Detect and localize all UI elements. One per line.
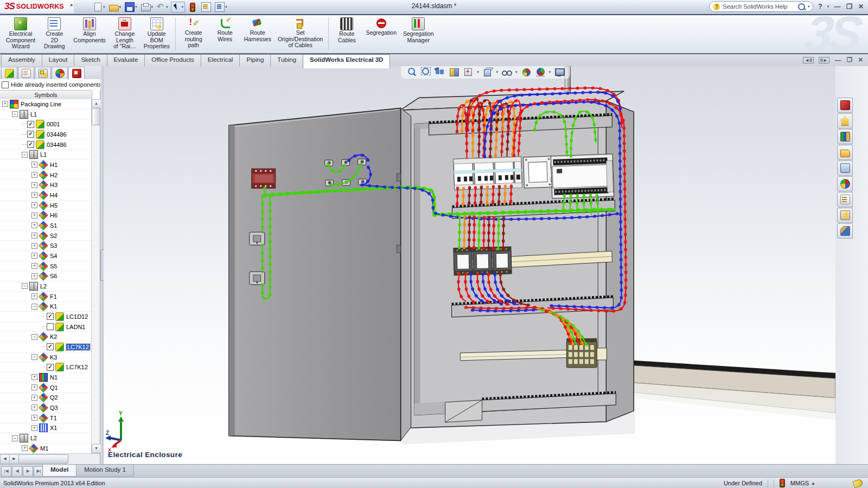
doc-minimize-icon[interactable]: — [834, 56, 841, 64]
tree-item-q3[interactable]: +Q3 [0, 403, 92, 413]
tree-item-0001[interactable]: ✓0001 [0, 119, 92, 130]
tree-item-h2[interactable]: +H2 [0, 170, 92, 181]
tree-item-lc7k12[interactable]: ✓LC7K12 [0, 362, 92, 373]
tab-solidworks-electrical-3d[interactable]: SolidWorks Electrical 3D [303, 54, 390, 68]
create-2d-drawing-button[interactable]: Create2DDrawing [39, 16, 69, 51]
expand-icon[interactable]: + [31, 243, 37, 249]
apply-scene-icon[interactable] [535, 67, 546, 77]
display-style-caret-icon[interactable]: ▾ [496, 70, 499, 74]
segregation-button[interactable]: Segregation [363, 16, 399, 37]
doc-close-icon[interactable]: ✕ [858, 56, 864, 64]
tree-item-h6[interactable]: +H6 [0, 210, 92, 221]
set-origin-destination-button[interactable]: SetOrigin/Destinationof Cables [275, 16, 326, 50]
panel-tab-electrical-manager[interactable] [68, 67, 85, 79]
hide-show-items-caret-icon[interactable]: ▾ [515, 70, 518, 74]
expand-icon[interactable]: + [2, 101, 8, 107]
expand-icon[interactable]: + [31, 384, 37, 390]
unit-system-selector[interactable]: MMGS▲ [790, 480, 815, 486]
tree-item-n1[interactable]: +N1 [0, 373, 92, 383]
collapse-icon[interactable]: − [12, 111, 18, 117]
apply-scene-caret-icon[interactable]: ▾ [549, 70, 551, 74]
tab-layout[interactable]: Layout [42, 54, 75, 67]
tree-item-034486[interactable]: ✓034486 [0, 130, 92, 140]
view-orientation-icon[interactable] [463, 67, 474, 77]
tree-item-f1[interactable]: +F1 [0, 292, 92, 302]
search-input[interactable]: ? Search SolidWorks Help ▾ [709, 1, 813, 12]
tree-item-lc7k12[interactable]: ✓LC7K12 [0, 342, 92, 352]
scroll-up-icon[interactable]: ▲ [92, 99, 101, 108]
route-wires-button[interactable]: RouteWires [210, 16, 240, 43]
electrical-component-wizard-button[interactable]: ElectricalComponentWizard [3, 16, 38, 51]
visibility-checkbox[interactable]: ✓ [27, 121, 34, 128]
align-components-button[interactable]: AlignComponents [71, 16, 108, 44]
expand-icon[interactable]: + [31, 415, 37, 421]
doc-tab-model[interactable]: Model [42, 465, 76, 477]
taskpane-appearances-scenes[interactable] [837, 176, 853, 191]
section-view-icon[interactable] [449, 67, 459, 77]
tab-sketch[interactable]: Sketch [74, 54, 107, 67]
expand-icon[interactable]: + [31, 374, 37, 380]
search-icon[interactable] [798, 3, 805, 10]
tree-item-h5[interactable]: +H5 [0, 201, 92, 211]
3d-scene[interactable]: Y Z X [104, 66, 835, 464]
tree-horizontal-scrollbar[interactable]: ◀ ▶ [0, 453, 100, 464]
minimize-button[interactable]: — [833, 3, 841, 10]
expand-icon[interactable]: + [31, 182, 37, 188]
zoom-to-fit-icon[interactable] [406, 67, 417, 77]
visibility-checkbox[interactable]: ✓ [27, 131, 34, 138]
panel-tab-display-manager[interactable] [52, 67, 68, 79]
tree-item-q2[interactable]: +Q2 [0, 393, 92, 403]
panel-tab-feature-manager[interactable] [1, 67, 17, 79]
hscrollbar-thumb[interactable] [18, 454, 68, 464]
zoom-to-area-icon[interactable] [420, 67, 431, 77]
scroll-down-icon[interactable]: ▼ [92, 444, 101, 453]
expand-icon[interactable]: + [31, 222, 37, 228]
tree-item-packaging-line[interactable]: +Packaging Line [0, 99, 92, 110]
tree-item-h3[interactable]: +H3 [0, 180, 92, 190]
tag-icon[interactable] [852, 478, 863, 488]
tree-item-m1[interactable]: +M1 [0, 444, 92, 453]
expand-icon[interactable]: + [31, 213, 37, 219]
tab-electrical[interactable]: Electrical [201, 54, 240, 67]
doc-restore-icon[interactable]: ❐ [846, 56, 853, 64]
tab-assembly[interactable]: Assembly [1, 54, 42, 67]
expand-icon[interactable]: + [31, 263, 37, 269]
edit-appearance-icon[interactable] [521, 67, 532, 77]
tree-item-s5[interactable]: +S5 [0, 261, 92, 272]
tree-item-s6[interactable]: +S6 [0, 271, 92, 281]
tree-item-l1[interactable]: −L1 [0, 110, 92, 120]
collapse-icon[interactable]: − [22, 152, 28, 158]
visibility-checkbox[interactable] [47, 323, 54, 330]
taskpane-view-palette[interactable] [837, 160, 853, 176]
hide-inserted-checkbox[interactable] [2, 81, 9, 88]
circuit-breakers[interactable] [454, 156, 554, 190]
help-caret-icon[interactable]: ▾ [827, 4, 829, 9]
tree-item-034486[interactable]: ✓034486 [0, 140, 92, 150]
tab-evaluate[interactable]: Evaluate [107, 54, 145, 67]
doc-tab-motion-study-1[interactable]: Motion Study 1 [76, 465, 134, 477]
create-routing-path-button[interactable]: Createroutingpath [178, 16, 209, 50]
graphics-viewport[interactable]: Y Z X ▾▾▾▾ Electrical Enclosure [104, 66, 835, 464]
tree-item-s1[interactable]: +S1 [0, 221, 92, 231]
tab-tubing[interactable]: Tubing [270, 54, 303, 67]
taskpane-electrical-connection[interactable] [837, 208, 853, 223]
plc-module[interactable] [551, 154, 614, 198]
expand-icon[interactable]: + [31, 395, 37, 401]
tree-item-ladn1[interactable]: LADN1 [0, 322, 92, 332]
previous-view-icon[interactable] [435, 67, 445, 77]
doc-next-icon[interactable]: 0► [819, 57, 829, 63]
tree-item-k2[interactable]: −K2 [0, 332, 92, 342]
taskpane-file-explorer[interactable] [837, 145, 853, 160]
view-settings-icon[interactable] [554, 67, 565, 77]
update-bom-properties-button[interactable]: UpdateBOMProperties [141, 16, 173, 51]
next-tab-icon[interactable]: ▶ [23, 466, 33, 477]
close-button[interactable]: ✕ [857, 3, 865, 10]
view-orientation-caret-icon[interactable]: ▾ [477, 70, 479, 74]
expand-icon[interactable]: + [31, 192, 37, 198]
taskpane-electrical-3d-pane[interactable] [837, 98, 853, 113]
taskpane-solidworks-resources[interactable] [837, 113, 853, 129]
expand-icon[interactable]: + [31, 202, 37, 208]
tree-vertical-scrollbar[interactable]: ▲ ▼ [91, 99, 100, 453]
taskpane-custom-properties[interactable] [837, 192, 853, 207]
panel-tab-property-manager[interactable] [18, 67, 34, 79]
